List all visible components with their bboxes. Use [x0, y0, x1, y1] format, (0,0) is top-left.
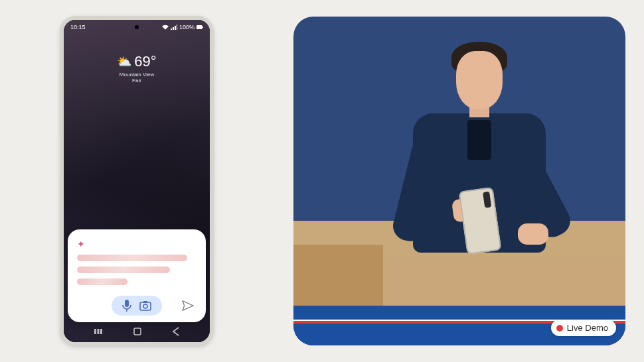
svg-point-6: [143, 304, 147, 308]
voice-input-pill[interactable]: [112, 296, 162, 316]
video-frame: Live Demo: [293, 17, 625, 345]
phone-body: 10:15 100% ⛅ 69° Mountain View Fair: [60, 16, 214, 346]
mic-icon[interactable]: [122, 300, 131, 312]
phone-screen: 10:15 100% ⛅ 69° Mountain View Fair: [64, 20, 210, 342]
recents-icon[interactable]: [94, 327, 103, 336]
svg-rect-0: [197, 25, 202, 29]
assistant-card[interactable]: ✦: [68, 229, 206, 322]
svg-rect-10: [100, 329, 102, 334]
wifi-icon: [162, 25, 169, 30]
svg-rect-1: [202, 27, 203, 29]
back-icon[interactable]: [172, 327, 180, 336]
front-camera: [135, 25, 139, 29]
spark-icon: ✦: [77, 239, 197, 249]
status-time: 10:15: [70, 24, 86, 30]
battery-icon: [197, 25, 203, 29]
svg-rect-9: [97, 329, 99, 334]
camera-icon[interactable]: [139, 300, 151, 311]
weather-location: Mountain View: [64, 72, 210, 78]
live-demo-badge: Live Demo: [551, 320, 616, 336]
presenter-figure: [386, 30, 559, 308]
navigation-bar: [64, 324, 210, 342]
home-icon[interactable]: [133, 327, 142, 336]
svg-rect-7: [143, 301, 147, 303]
record-dot-icon: [556, 325, 563, 332]
send-button[interactable]: [182, 300, 194, 311]
svg-rect-11: [134, 328, 141, 335]
battery-text: 100%: [179, 24, 195, 30]
assistant-loading-lines: [77, 255, 197, 285]
signal-icon: [171, 25, 177, 30]
weather-temp: 69°: [134, 53, 156, 70]
weather-condition: Fair: [64, 78, 210, 84]
svg-rect-8: [94, 329, 96, 334]
svg-rect-3: [125, 300, 129, 307]
svg-rect-5: [140, 302, 151, 310]
status-indicators: 100%: [162, 24, 203, 30]
presenter-video: Live Demo: [293, 17, 625, 345]
badge-label: Live Demo: [567, 323, 608, 333]
weather-partly-cloudy-icon: ⛅: [117, 56, 131, 68]
weather-widget[interactable]: ⛅ 69° Mountain View Fair: [64, 53, 210, 84]
phone-mockup: 10:15 100% ⛅ 69° Mountain View Fair: [60, 16, 214, 346]
send-icon: [182, 300, 194, 311]
